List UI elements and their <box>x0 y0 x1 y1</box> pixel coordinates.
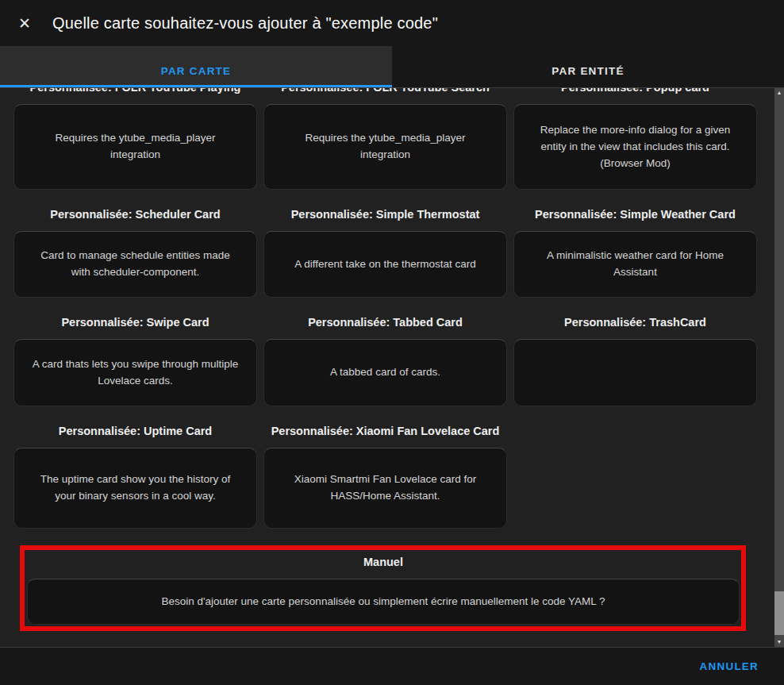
tab-by-card[interactable]: PAR CARTE <box>0 46 392 87</box>
card-option-popup-card[interactable]: Personnalisée: Popup card Replace the mo… <box>513 88 757 190</box>
card-option-swipe-card[interactable]: Personnalisée: Swipe Card A card thats l… <box>13 315 257 406</box>
card-option-simple-thermostat[interactable]: Personnalisée: Simple Thermostat A diffe… <box>263 207 507 298</box>
cancel-button[interactable]: ANNULER <box>695 660 763 673</box>
card-option-title: Personnalisée: Simple Weather Card <box>518 207 752 221</box>
manual-card-description: Besoin d'ajouter une carte personnalisée… <box>161 594 605 610</box>
card-option-description: Requires the ytube_media_player integrat… <box>282 130 489 164</box>
dialog-footer: ANNULER <box>0 647 784 685</box>
card-option-simple-weather-card[interactable]: Personnalisée: Simple Weather Card A min… <box>513 207 757 298</box>
scrollbar-thumb[interactable] <box>774 591 784 635</box>
card-option-title: Personnalisée: Tabbed Card <box>268 315 502 329</box>
scroll-down-icon[interactable]: ▼ <box>774 638 784 646</box>
tab-by-entity[interactable]: PAR ENTITÉ <box>392 46 784 87</box>
card-grid: Personnalisée: FOLR YouTube Playing Requ… <box>13 88 757 529</box>
card-option-description: A different take on the thermostat card <box>294 256 476 273</box>
card-picker-scroll-area: Personnalisée: FOLR YouTube Playing Requ… <box>0 88 784 647</box>
manual-card-preview: Besoin d'ajouter une carte personnalisée… <box>27 579 740 625</box>
card-option-manual[interactable]: Manuel Besoin d'ajouter une carte person… <box>27 555 740 625</box>
card-option-preview <box>513 339 757 406</box>
card-option-tabbed-card[interactable]: Personnalisée: Tabbed Card A tabbed card… <box>263 315 507 406</box>
card-option-title: Personnalisée: Swipe Card <box>18 315 252 329</box>
card-option-uptime-card[interactable]: Personnalisée: Uptime Card The uptime ca… <box>13 424 257 529</box>
card-option-title: Personnalisée: TrashCard <box>518 315 752 329</box>
card-option-title: Personnalisée: Scheduler Card <box>18 207 252 221</box>
card-option-description: The uptime card show you the history of … <box>32 471 239 505</box>
card-option-description: Card to manage schedule entities made wi… <box>32 248 239 281</box>
card-option-preview: A tabbed card of cards. <box>263 339 507 406</box>
card-option-description: A tabbed card of cards. <box>330 364 440 381</box>
dialog-header: ✕ Quelle carte souhaitez-vous ajouter à … <box>0 0 784 46</box>
card-option-folr-youtube-playing[interactable]: Personnalisée: FOLR YouTube Playing Requ… <box>13 88 257 190</box>
card-option-title: Personnalisée: Simple Thermostat <box>268 207 502 221</box>
card-option-description: Xiaomi Smartmi Fan Lovelace card for HAS… <box>282 471 489 505</box>
card-option-scheduler-card[interactable]: Personnalisée: Scheduler Card Card to ma… <box>13 207 257 298</box>
card-option-folr-youtube-search[interactable]: Personnalisée: FOLR YouTube Search Requi… <box>263 88 507 190</box>
card-option-title: Personnalisée: Popup card <box>518 88 752 94</box>
card-option-preview: Card to manage schedule entities made wi… <box>13 231 257 298</box>
card-option-preview: A card thats lets you swipe through mult… <box>13 339 257 406</box>
card-option-title: Personnalisée: FOLR YouTube Playing <box>18 88 252 94</box>
card-option-title: Personnalisée: FOLR YouTube Search <box>268 88 502 94</box>
card-option-preview: A different take on the thermostat card <box>263 231 507 298</box>
card-option-title: Personnalisée: Xiaomi Fan Lovelace Card <box>268 424 502 438</box>
card-option-preview: Xiaomi Smartmi Fan Lovelace card for HAS… <box>263 448 507 529</box>
card-option-trashcard[interactable]: Personnalisée: TrashCard <box>513 315 757 406</box>
card-option-description: Replace the more-info dialog for a given… <box>532 122 739 172</box>
manual-card-title: Manuel <box>32 555 735 569</box>
card-option-preview: Requires the ytube_media_player integrat… <box>263 104 507 190</box>
card-option-description: A minimalistic weather card for Home Ass… <box>532 248 739 281</box>
card-option-preview: A minimalistic weather card for Home Ass… <box>513 231 757 298</box>
card-option-xiaomi-fan-lovelace-card[interactable]: Personnalisée: Xiaomi Fan Lovelace Card … <box>263 424 507 529</box>
card-option-title: Personnalisée: Uptime Card <box>18 424 252 438</box>
card-option-preview: Replace the more-info dialog for a given… <box>513 104 757 190</box>
card-option-description: A card thats lets you swipe through mult… <box>32 356 239 390</box>
card-option-preview: The uptime card show you the history of … <box>13 448 257 529</box>
tab-bar: PAR CARTE PAR ENTITÉ <box>0 46 784 88</box>
card-option-preview: Requires the ytube_media_player integrat… <box>13 104 257 190</box>
scroll-up-icon[interactable]: ▲ <box>774 89 784 97</box>
dialog-title: Quelle carte souhaitez-vous ajouter à "e… <box>52 14 438 33</box>
card-option-description: Requires the ytube_media_player integrat… <box>32 130 239 164</box>
close-icon[interactable]: ✕ <box>14 13 35 33</box>
vertical-scrollbar[interactable]: ▲ ▼ <box>774 88 784 647</box>
